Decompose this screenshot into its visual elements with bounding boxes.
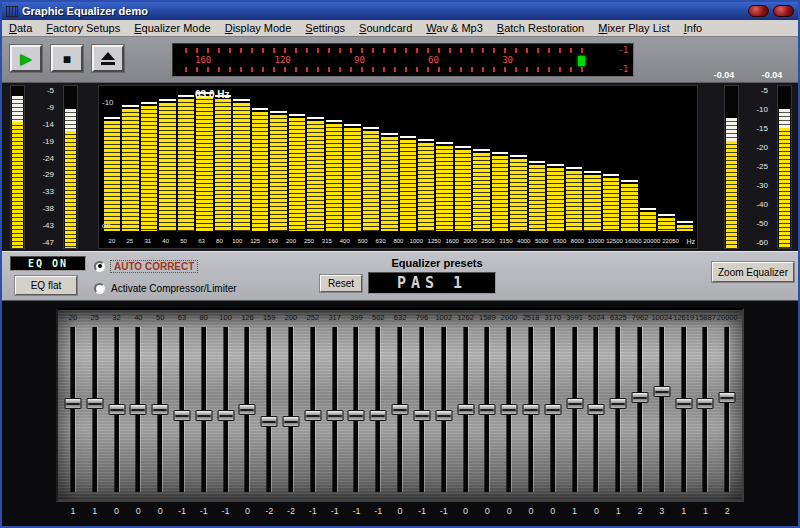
band-slider-track[interactable] bbox=[420, 327, 424, 492]
band-slider-thumb[interactable] bbox=[653, 386, 670, 397]
frequency-tick-label: 8000 bbox=[570, 238, 586, 244]
band-slider-thumb[interactable] bbox=[152, 404, 169, 415]
menu-item[interactable]: Soundcard bbox=[352, 21, 419, 35]
band-slider-thumb[interactable] bbox=[64, 398, 81, 409]
band-slider-track[interactable] bbox=[311, 327, 315, 492]
close-button[interactable] bbox=[773, 5, 794, 17]
menu-item[interactable]: Factory Setups bbox=[39, 21, 127, 35]
band-slider-thumb[interactable] bbox=[566, 398, 583, 409]
menu-item[interactable]: Wav & Mp3 bbox=[419, 21, 489, 35]
band-slider-track[interactable] bbox=[224, 327, 228, 492]
band-slider-thumb[interactable] bbox=[588, 404, 605, 415]
band-slider-track[interactable] bbox=[507, 327, 511, 492]
band-slider-track[interactable] bbox=[333, 327, 337, 492]
menu-item[interactable]: Settings bbox=[298, 21, 352, 35]
minimize-button[interactable] bbox=[748, 5, 769, 17]
menu-item[interactable]: Batch Restoration bbox=[490, 21, 591, 35]
band-slider-thumb[interactable] bbox=[348, 410, 365, 421]
band-slider-thumb[interactable] bbox=[392, 404, 409, 415]
band-slider-track[interactable] bbox=[660, 327, 664, 492]
eq-flat-button[interactable]: EQ flat bbox=[15, 276, 77, 295]
menu-item[interactable]: Mixer Play List bbox=[591, 21, 677, 35]
band-slider-track[interactable] bbox=[93, 327, 97, 492]
band-slider-track[interactable] bbox=[180, 327, 184, 492]
transport-and-meter-row: ▶ ■ 160120906030 -1 -1 -0.04 -0.04 bbox=[2, 37, 798, 83]
band-slider-thumb[interactable] bbox=[283, 416, 300, 427]
eject-button[interactable] bbox=[92, 45, 124, 72]
band-slider-thumb[interactable] bbox=[370, 410, 387, 421]
band-slider-thumb[interactable] bbox=[719, 392, 736, 403]
band-frequency-label: 25 bbox=[84, 313, 106, 322]
menu-item[interactable]: Display Mode bbox=[218, 21, 299, 35]
band-slider-thumb[interactable] bbox=[195, 410, 212, 421]
band-slider-track[interactable] bbox=[529, 327, 533, 492]
band-slider-track[interactable] bbox=[573, 327, 577, 492]
band-slider-track[interactable] bbox=[485, 327, 489, 492]
band-slider-track[interactable] bbox=[267, 327, 271, 492]
meter-scale: 160120906030 bbox=[195, 55, 513, 65]
band-slider-track[interactable] bbox=[551, 327, 555, 492]
spectrum-bar bbox=[529, 165, 545, 231]
band-slider-track[interactable] bbox=[638, 327, 642, 492]
band-slider-thumb[interactable] bbox=[675, 398, 692, 409]
band-frequency-label: 1002 bbox=[433, 313, 455, 322]
auto-correct-radio[interactable] bbox=[94, 261, 105, 272]
band-frequency-label: 5024 bbox=[586, 313, 608, 322]
band-frequency-label: 159 bbox=[258, 313, 280, 322]
band-slider-track[interactable] bbox=[136, 327, 140, 492]
band-slider-track[interactable] bbox=[398, 327, 402, 492]
band-slider-thumb[interactable] bbox=[435, 410, 452, 421]
band-slider-track[interactable] bbox=[245, 327, 249, 492]
band-slider-track[interactable] bbox=[616, 327, 620, 492]
band-slider-track[interactable] bbox=[115, 327, 119, 492]
play-button[interactable]: ▶ bbox=[10, 45, 42, 72]
compressor-label[interactable]: Activate Compressor/Limiter bbox=[111, 283, 237, 294]
band-slider-track[interactable] bbox=[354, 327, 358, 492]
menu-item[interactable]: Equalizer Mode bbox=[127, 21, 217, 35]
frequency-axis: 2025314050638010012516020025031540050063… bbox=[104, 234, 679, 247]
band-frequency-label: 252 bbox=[302, 313, 324, 322]
frequency-tick-label: 800 bbox=[391, 238, 407, 244]
meter-scale-number: 160 bbox=[195, 55, 211, 65]
band-slider-track[interactable] bbox=[71, 327, 75, 492]
band-slider-track[interactable] bbox=[703, 327, 707, 492]
band-slider-track[interactable] bbox=[442, 327, 446, 492]
band-slider-thumb[interactable] bbox=[217, 410, 234, 421]
band-slider-thumb[interactable] bbox=[413, 410, 430, 421]
band-slider-track[interactable] bbox=[289, 327, 293, 492]
band-slider-thumb[interactable] bbox=[86, 398, 103, 409]
menu-item[interactable]: Data bbox=[2, 21, 39, 35]
band-slider-thumb[interactable] bbox=[326, 410, 343, 421]
auto-correct-label[interactable]: AUTO CORRECT bbox=[111, 261, 197, 272]
band-slider-thumb[interactable] bbox=[522, 404, 539, 415]
band-slider-thumb[interactable] bbox=[173, 410, 190, 421]
band-slider-thumb[interactable] bbox=[239, 404, 256, 415]
band-slider-track[interactable] bbox=[725, 327, 729, 492]
band-slider-track[interactable] bbox=[594, 327, 598, 492]
menu-item[interactable]: Info bbox=[677, 21, 709, 35]
band-frequency-label: 1589 bbox=[476, 313, 498, 322]
band-slider-thumb[interactable] bbox=[544, 404, 561, 415]
band-slider-thumb[interactable] bbox=[130, 404, 147, 415]
band-slider-thumb[interactable] bbox=[261, 416, 278, 427]
compressor-radio[interactable] bbox=[94, 283, 105, 294]
band-slider-thumb[interactable] bbox=[304, 410, 321, 421]
band-slider-thumb[interactable] bbox=[632, 392, 649, 403]
band-slider-thumb[interactable] bbox=[479, 404, 496, 415]
titlebar[interactable]: Graphic Equalizer demo bbox=[2, 2, 798, 20]
band-slider-track[interactable] bbox=[376, 327, 380, 492]
band-slider-track[interactable] bbox=[158, 327, 162, 492]
band-frequency-label: 100 bbox=[215, 313, 237, 322]
band-slider-track[interactable] bbox=[682, 327, 686, 492]
band-slider-thumb[interactable] bbox=[457, 404, 474, 415]
band-slider-thumb[interactable] bbox=[501, 404, 518, 415]
stop-button[interactable]: ■ bbox=[51, 45, 83, 72]
zoom-equalizer-button[interactable]: Zoom Equalizer bbox=[712, 262, 794, 282]
band-slider-thumb[interactable] bbox=[697, 398, 714, 409]
band-slider-track[interactable] bbox=[464, 327, 468, 492]
band-slider-thumb[interactable] bbox=[610, 398, 627, 409]
reset-button[interactable]: Reset bbox=[320, 275, 362, 292]
scale-label: -50 bbox=[745, 220, 768, 228]
band-slider-track[interactable] bbox=[202, 327, 206, 492]
band-slider-thumb[interactable] bbox=[108, 404, 125, 415]
